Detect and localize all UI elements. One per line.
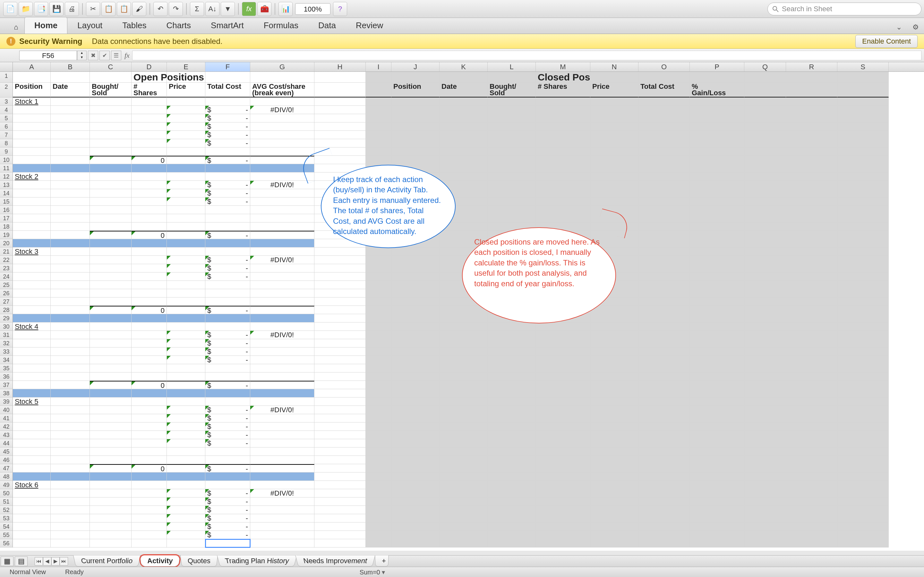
- cell[interactable]: [690, 172, 744, 181]
- cell[interactable]: [391, 406, 439, 414]
- cell[interactable]: [744, 131, 786, 139]
- cell[interactable]: [590, 197, 638, 206]
- cell[interactable]: [250, 448, 314, 456]
- cell[interactable]: [744, 314, 786, 322]
- cell[interactable]: $-: [205, 356, 250, 364]
- cell[interactable]: [391, 472, 439, 481]
- cell[interactable]: [439, 114, 488, 122]
- cell[interactable]: [51, 247, 90, 256]
- cell[interactable]: [391, 322, 439, 331]
- column-header[interactable]: G: [250, 62, 314, 71]
- cell[interactable]: [690, 164, 744, 172]
- cell[interactable]: [536, 422, 590, 431]
- cell[interactable]: [51, 339, 90, 348]
- row-header[interactable]: 15: [0, 197, 13, 206]
- cell[interactable]: [590, 539, 638, 548]
- cell[interactable]: [786, 481, 837, 489]
- cell[interactable]: AVG Cost/share (break even): [250, 83, 314, 97]
- cell[interactable]: [13, 231, 51, 239]
- cell[interactable]: [391, 122, 439, 131]
- cell[interactable]: [205, 164, 250, 172]
- cell[interactable]: [439, 489, 488, 498]
- cell[interactable]: [744, 456, 786, 464]
- cell[interactable]: [90, 456, 132, 464]
- cell[interactable]: [90, 189, 132, 197]
- cell[interactable]: [314, 531, 366, 539]
- cell[interactable]: [690, 506, 744, 514]
- cell[interactable]: [250, 298, 314, 306]
- cell[interactable]: [132, 456, 167, 464]
- cell[interactable]: [690, 322, 744, 331]
- cell[interactable]: [837, 314, 889, 322]
- cell[interactable]: [314, 381, 366, 389]
- cell[interactable]: [132, 398, 167, 406]
- cell[interactable]: [51, 522, 90, 531]
- cell[interactable]: [250, 131, 314, 139]
- cell[interactable]: [250, 281, 314, 289]
- ribbon-tab-data[interactable]: Data: [309, 17, 346, 34]
- cell[interactable]: [590, 356, 638, 364]
- cell[interactable]: [90, 272, 132, 281]
- cell[interactable]: [488, 406, 536, 414]
- cell[interactable]: [439, 414, 488, 422]
- cell[interactable]: [786, 222, 837, 231]
- cell[interactable]: [51, 498, 90, 506]
- cell[interactable]: [439, 531, 488, 539]
- cell[interactable]: [638, 189, 690, 197]
- cell[interactable]: [391, 306, 439, 314]
- cell[interactable]: [51, 456, 90, 464]
- cell[interactable]: [439, 422, 488, 431]
- cell[interactable]: [51, 181, 90, 189]
- cell[interactable]: [536, 489, 590, 498]
- view-layout-icon[interactable]: ▤: [15, 556, 27, 566]
- row-header[interactable]: 9: [0, 147, 13, 156]
- cell[interactable]: [167, 456, 205, 464]
- cell[interactable]: [205, 472, 250, 481]
- cell[interactable]: [167, 131, 205, 139]
- cell[interactable]: [90, 531, 132, 539]
- cell[interactable]: [590, 414, 638, 422]
- cell[interactable]: [786, 156, 837, 164]
- cell[interactable]: [51, 172, 90, 181]
- cell[interactable]: Stock 4: [13, 322, 51, 331]
- cell[interactable]: [314, 506, 366, 514]
- cell[interactable]: [638, 356, 690, 364]
- cell[interactable]: [837, 472, 889, 481]
- cell[interactable]: [314, 256, 366, 264]
- cell[interactable]: [837, 289, 889, 298]
- cell[interactable]: [167, 289, 205, 298]
- cell[interactable]: [13, 389, 51, 398]
- cell[interactable]: [250, 272, 314, 281]
- cell[interactable]: [90, 398, 132, 406]
- cell[interactable]: [391, 247, 439, 256]
- cell[interactable]: [13, 422, 51, 431]
- cell[interactable]: [13, 331, 51, 339]
- cell[interactable]: [51, 164, 90, 172]
- cell[interactable]: [488, 72, 536, 83]
- cell[interactable]: [250, 472, 314, 481]
- cell[interactable]: [314, 139, 366, 147]
- cell[interactable]: [90, 498, 132, 506]
- cell[interactable]: [250, 339, 314, 348]
- cell[interactable]: [205, 147, 250, 156]
- cell[interactable]: [837, 464, 889, 472]
- cell[interactable]: [90, 464, 132, 472]
- cell[interactable]: [90, 506, 132, 514]
- cell[interactable]: [366, 289, 391, 298]
- cell[interactable]: [13, 164, 51, 172]
- cell[interactable]: [439, 522, 488, 531]
- cell[interactable]: [366, 331, 391, 339]
- cell[interactable]: $-: [205, 306, 250, 314]
- cell[interactable]: [638, 172, 690, 181]
- ribbon-tab-home[interactable]: Home: [24, 17, 67, 34]
- cell[interactable]: [837, 489, 889, 498]
- column-header[interactable]: E: [167, 62, 205, 71]
- cell[interactable]: [391, 298, 439, 306]
- cell[interactable]: [132, 364, 167, 372]
- row-header[interactable]: 48: [0, 472, 13, 481]
- cell[interactable]: [488, 464, 536, 472]
- cell[interactable]: [167, 398, 205, 406]
- cell[interactable]: [786, 122, 837, 131]
- cell[interactable]: [439, 172, 488, 181]
- cell[interactable]: [90, 289, 132, 298]
